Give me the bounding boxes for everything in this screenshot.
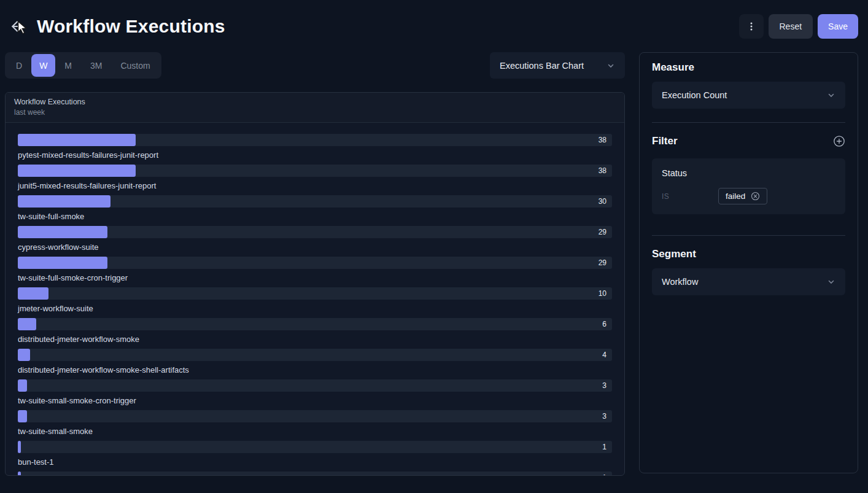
tab-day[interactable]: D: [7, 54, 31, 77]
reset-button[interactable]: Reset: [769, 14, 813, 39]
bar-fill: [18, 379, 27, 392]
bar-row: 38pytest-mixed-results-failures-junit-re…: [6, 134, 624, 165]
bar-row: 30tw-suite-full-smoke: [6, 195, 624, 226]
tab-custom[interactable]: Custom: [111, 54, 159, 77]
bar-track[interactable]: 29: [18, 257, 612, 269]
divider: [652, 235, 845, 236]
bar-row: 4distributed-jmeter-workflow-smoke-shell…: [6, 349, 624, 379]
bar-label: tw-suite-full-smoke: [18, 208, 624, 226]
segment-select-value: Workflow: [662, 277, 698, 287]
bar-value: 3: [602, 410, 606, 422]
bar-value: 30: [599, 195, 606, 208]
back-button[interactable]: [10, 16, 31, 37]
bar-value: 38: [599, 134, 606, 146]
tab-month[interactable]: M: [55, 54, 81, 77]
bar-fill: [18, 410, 27, 422]
chart-subtitle: last week: [14, 108, 616, 117]
bar-fill: [18, 441, 21, 453]
chart-panel: Workflow Executions last week 38pytest-m…: [5, 92, 625, 476]
segment-select[interactable]: Workflow: [652, 268, 845, 295]
measure-select-value: Execution Count: [662, 90, 727, 100]
bar-label: distributed-jmeter-workflow-smoke: [18, 330, 624, 349]
header-actions: Reset Save: [739, 14, 859, 39]
bar-row: 29cypress-workflow-suite: [6, 226, 624, 257]
filter-rule-card: Status IS failed: [652, 158, 845, 214]
bar-fill: [18, 226, 107, 238]
kebab-menu-icon: [746, 21, 756, 31]
bar-value: 29: [599, 257, 606, 269]
bar-label: cypress-workflow-suite: [18, 238, 624, 257]
bar-rows: 38pytest-mixed-results-failures-junit-re…: [6, 123, 624, 476]
bar-value: 6: [602, 318, 606, 330]
bar-label: junit5-mixed-results-failures-junit-repo…: [18, 177, 624, 195]
bar-row: 3tw-suite-small-smoke: [6, 410, 624, 441]
bar-track[interactable]: 10: [18, 287, 612, 300]
filter-chip-label: failed: [726, 192, 745, 201]
bar-fill: [18, 349, 30, 361]
bar-row: 1bun-test-1: [6, 441, 624, 472]
bar-track[interactable]: 38: [18, 165, 612, 177]
plus-circle-icon: [833, 135, 845, 147]
bar-track[interactable]: 30: [18, 195, 612, 208]
bar-fill: [18, 134, 136, 146]
bar-value: 1: [602, 441, 606, 453]
chart-type-select-value: Executions Bar Chart: [500, 61, 584, 71]
bar-row: 10jmeter-workflow-suite: [6, 287, 624, 318]
bar-value: 3: [602, 379, 606, 392]
bar-track[interactable]: 38: [18, 134, 612, 146]
chart-title: Workflow Executions: [14, 98, 616, 106]
bar-track[interactable]: 3: [18, 410, 612, 422]
segment-heading: Segment: [652, 248, 845, 260]
bar-label: bun-test-1: [18, 453, 624, 472]
bar-track[interactable]: 3: [18, 379, 612, 392]
add-filter-button[interactable]: [833, 135, 845, 147]
filter-value-chip[interactable]: failed: [718, 188, 767, 204]
bar-label: jmeter-workflow-suite: [18, 300, 624, 318]
mouse-cursor-icon: [15, 20, 29, 35]
bar-fill: [18, 165, 136, 177]
bar-row: 6distributed-jmeter-workflow-smoke: [6, 318, 624, 349]
app-header: Workflow Executions Reset Save: [0, 0, 868, 53]
measure-heading: Measure: [652, 61, 845, 74]
bar-fill: [18, 195, 110, 208]
bar-label: pytest-mixed-results-failures-junit-repo…: [18, 146, 624, 165]
bar-row: 1: [6, 472, 624, 476]
bar-label: tw-suite-small-smoke: [18, 422, 624, 441]
filter-operator-label: IS: [662, 192, 718, 201]
chart-type-select[interactable]: Executions Bar Chart: [490, 52, 625, 79]
chevron-down-icon: [827, 278, 835, 286]
bar-track[interactable]: 4: [18, 349, 612, 361]
bar-track[interactable]: 29: [18, 226, 612, 238]
bar-track[interactable]: 1: [18, 441, 612, 453]
tab-3month[interactable]: 3M: [81, 54, 111, 77]
bar-row: 38junit5-mixed-results-failures-junit-re…: [6, 165, 624, 195]
filter-heading: Filter: [652, 135, 678, 147]
page-title: Workflow Executions: [37, 16, 225, 37]
bar-track[interactable]: 6: [18, 318, 612, 330]
measure-select[interactable]: Execution Count: [652, 82, 845, 109]
settings-panel: Measure Execution Count Filter Status IS…: [639, 52, 858, 473]
bar-value: 1: [602, 472, 606, 476]
chart-header: Workflow Executions last week: [6, 93, 624, 123]
bar-fill: [18, 318, 36, 330]
bar-label: tw-suite-full-smoke-cron-trigger: [18, 269, 624, 287]
save-button[interactable]: Save: [818, 14, 858, 39]
bar-value: 29: [599, 226, 606, 238]
bar-value: 4: [602, 349, 606, 361]
circle-x-icon[interactable]: [751, 192, 760, 201]
bar-label: distributed-jmeter-workflow-smoke-shell-…: [18, 361, 624, 379]
bar-track[interactable]: 1: [18, 472, 612, 476]
bar-fill: [18, 257, 107, 269]
filter-field-label: Status: [662, 168, 835, 178]
bar-fill: [18, 287, 48, 300]
bar-label: tw-suite-small-smoke-cron-trigger: [18, 392, 624, 410]
divider: [652, 122, 845, 123]
bar-row: 3tw-suite-small-smoke-cron-trigger: [6, 379, 624, 410]
tab-week[interactable]: W: [31, 54, 55, 77]
bar-row: 29tw-suite-full-smoke-cron-trigger: [6, 257, 624, 287]
chevron-down-icon: [827, 91, 835, 99]
bar-value: 10: [599, 287, 606, 300]
time-range-tabs: D W M 3M Custom: [5, 52, 161, 79]
kebab-menu-button[interactable]: [739, 14, 764, 39]
bar-fill: [18, 472, 21, 476]
